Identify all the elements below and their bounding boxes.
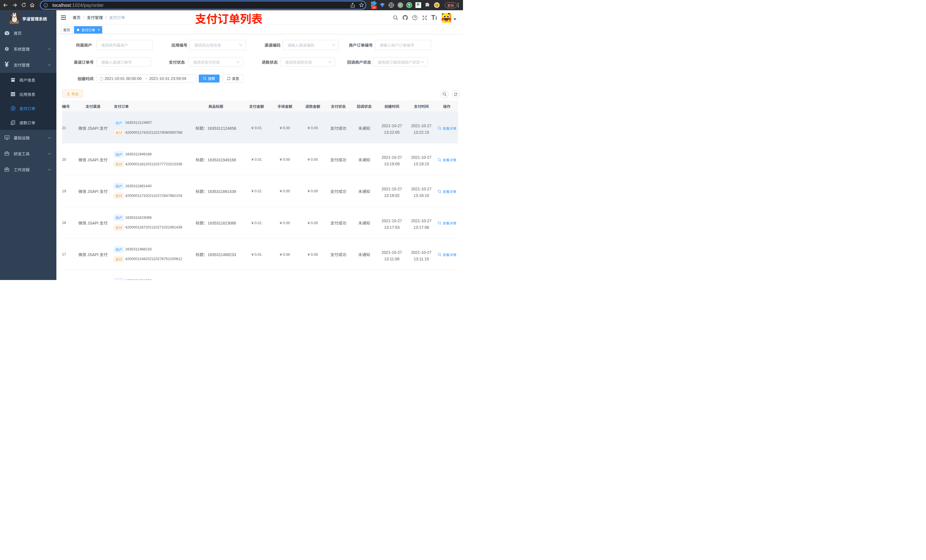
svg-text:¥: ¥ (12, 107, 14, 110)
